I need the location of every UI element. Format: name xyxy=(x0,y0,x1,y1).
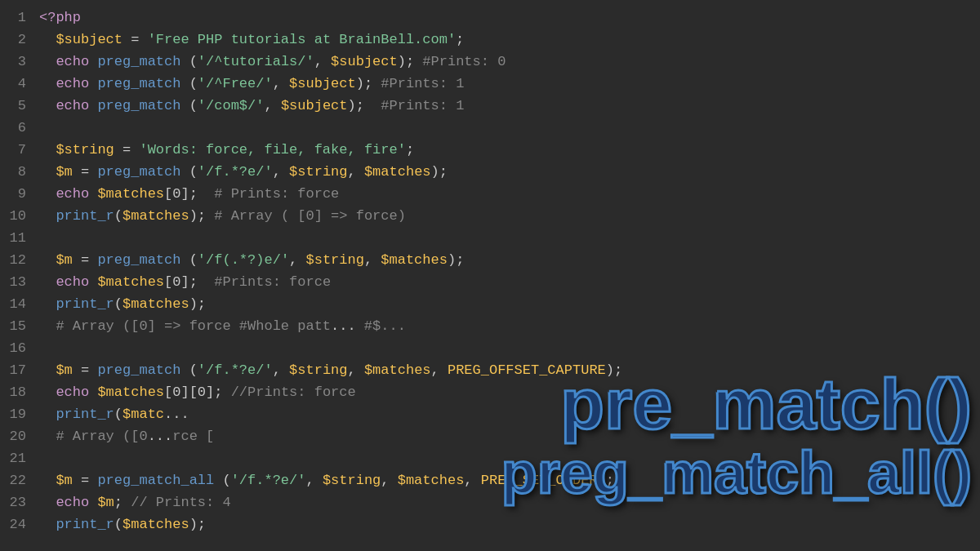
code-token: ... xyxy=(148,429,173,444)
table-row: 20 # Array ([0...rce [ xyxy=(0,425,980,447)
line-code: print_r($matches); # Array ( [0] => forc… xyxy=(39,205,406,227)
code-token: #Prints: 1 xyxy=(381,76,464,91)
code-token: ; xyxy=(114,495,131,510)
code-token: ); xyxy=(598,473,614,488)
code-token: ( xyxy=(114,407,122,422)
code-token: ... xyxy=(331,318,356,334)
code-token xyxy=(89,98,97,113)
line-code: print_r($matches); xyxy=(39,293,206,315)
code-token: , xyxy=(348,164,364,180)
line-code: $m = preg_match_all ('/f.*?e/', $string,… xyxy=(39,469,614,491)
line-code: $string = 'Words: force, file, fake, fir… xyxy=(39,139,414,161)
code-token xyxy=(39,208,56,224)
code-token: preg_match xyxy=(97,362,180,378)
code-token xyxy=(39,164,56,180)
line-code: $m = preg_match ('/f(.*?)e/', $string, $… xyxy=(39,249,464,271)
code-token: $m xyxy=(97,495,114,510)
code-token: ); xyxy=(189,517,206,532)
code-token: preg_match xyxy=(97,54,180,69)
code-token: preg_match_all xyxy=(97,473,214,488)
line-number: 2 xyxy=(0,29,39,51)
table-row: 21 xyxy=(0,447,980,469)
code-token xyxy=(39,384,56,400)
code-token: print_r xyxy=(56,407,114,422)
code-token: PREG_OFFSET_CAPTURE xyxy=(448,362,606,378)
code-token: preg_match xyxy=(97,76,180,91)
code-token: , xyxy=(364,252,381,268)
code-token: print_r xyxy=(56,517,114,532)
code-token: preg_match xyxy=(97,252,180,268)
table-row: 12 $m = preg_match ('/f(.*?)e/', $string… xyxy=(0,249,980,271)
code-token: $matches xyxy=(122,517,189,532)
line-number: 10 xyxy=(0,205,39,227)
code-token: echo xyxy=(56,384,89,400)
code-token: ( xyxy=(180,76,197,91)
code-token: '/f.*?e/' xyxy=(198,362,273,378)
line-code: echo $m; // Prints: 4 xyxy=(39,491,231,513)
code-token: $matches xyxy=(381,252,448,268)
table-row: 2 $subject = 'Free PHP tutorials at Brai… xyxy=(0,29,980,51)
code-token xyxy=(39,407,56,422)
code-token: echo xyxy=(56,98,89,113)
line-number: 24 xyxy=(0,513,39,535)
table-row: 22 $m = preg_match_all ('/f.*?e/', $stri… xyxy=(0,469,980,491)
line-number: 22 xyxy=(0,469,39,491)
code-token: # Array ([0 xyxy=(56,429,147,444)
code-token: ); xyxy=(189,296,206,312)
table-row: 7 $string = 'Words: force, file, fake, f… xyxy=(0,139,980,161)
line-number: 11 xyxy=(0,227,39,249)
code-token: , xyxy=(273,76,289,91)
code-token: $subject xyxy=(56,32,122,47)
line-number: 19 xyxy=(0,403,39,425)
code-token: $subject xyxy=(289,76,356,91)
code-token: , xyxy=(273,164,289,180)
line-number: 8 xyxy=(0,161,39,183)
code-token: //Prints: force xyxy=(231,384,356,400)
code-token: $string xyxy=(56,142,114,158)
line-code: print_r($matc... xyxy=(39,403,189,425)
code-token: # Array ( [0] => force) xyxy=(214,208,406,224)
code-token: $matches xyxy=(97,186,164,202)
code-token: [0]; xyxy=(164,274,214,290)
code-token xyxy=(39,252,56,268)
code-token: preg_match xyxy=(97,164,180,180)
code-token: $matches xyxy=(364,362,431,378)
table-row: 3 echo preg_match ('/^tutorials/', $subj… xyxy=(0,51,980,73)
code-token: '/com$/' xyxy=(198,98,265,113)
code-token xyxy=(89,384,97,400)
table-row: 1<?php xyxy=(0,7,980,29)
code-token: rce [ xyxy=(172,429,214,444)
code-token: ( xyxy=(180,54,197,69)
code-token xyxy=(39,32,56,47)
table-row: 24 print_r($matches); xyxy=(0,513,980,535)
code-token: ; xyxy=(456,32,464,47)
line-code: echo $matches[0]; #Prints: force xyxy=(39,271,331,293)
code-token: $matches xyxy=(122,208,189,224)
line-number: 15 xyxy=(0,315,39,337)
line-code: $m = preg_match ('/f.*?e/', $string, $ma… xyxy=(39,161,448,183)
code-token: , xyxy=(273,362,289,378)
code-token: ( xyxy=(180,164,197,180)
code-token: , xyxy=(348,362,364,378)
code-token: $string xyxy=(289,164,347,180)
code-token: $subject xyxy=(281,98,348,113)
code-token xyxy=(39,76,56,91)
code-token: 'Free PHP tutorials at BrainBell.com' xyxy=(148,32,456,47)
code-token: echo xyxy=(56,76,89,91)
line-number: 12 xyxy=(0,249,39,271)
code-token: ); xyxy=(356,76,381,91)
line-code: $subject = 'Free PHP tutorials at BrainB… xyxy=(39,29,464,51)
code-token: // Prints: 4 xyxy=(131,495,230,510)
code-token: ( xyxy=(180,98,197,113)
line-code: echo preg_match ('/^Free/', $subject); #… xyxy=(39,73,464,95)
code-token: , xyxy=(289,252,305,268)
code-token: $matc xyxy=(122,407,164,422)
line-code: <?php xyxy=(39,7,81,29)
code-token: preg_match xyxy=(97,98,180,113)
code-token: [0][0]; xyxy=(164,384,231,400)
line-code: $m = preg_match ('/f.*?e/', $string, $ma… xyxy=(39,359,622,381)
code-token: ; xyxy=(406,142,414,158)
code-token: ( xyxy=(114,517,122,532)
code-token: PREG_SET_ORDER xyxy=(481,473,598,488)
code-token: $string xyxy=(323,473,381,488)
